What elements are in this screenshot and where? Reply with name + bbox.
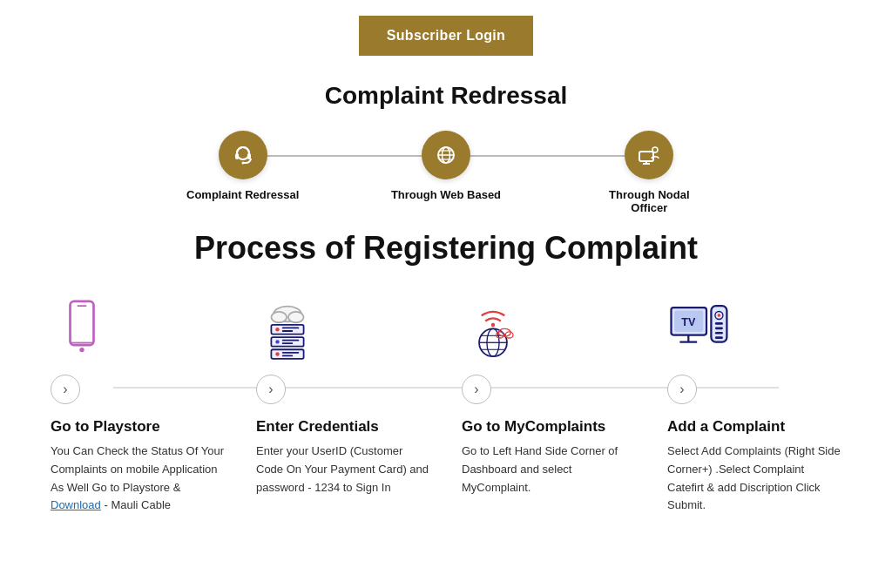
step-desc-playstore: You Can Check the Status Of Your Complai… (51, 443, 225, 515)
svg-rect-31 (282, 355, 293, 356)
svg-rect-13 (71, 301, 94, 345)
timeline-item-web: Through Web Based (344, 131, 547, 201)
svg-rect-47 (715, 322, 723, 325)
timeline-icon-globe (422, 131, 470, 179)
step-credentials: › Enter Credentials Enter your UserID (C… (240, 293, 446, 497)
arrow-icon: › (268, 382, 273, 397)
svg-point-21 (275, 328, 279, 331)
header: Subscriber Login (0, 0, 892, 68)
step-desc-text2: - Mauli Cable (101, 498, 171, 511)
timeline-label-complaint: Complaint Redressal (186, 188, 299, 201)
tv-remote-icon: TV (667, 300, 730, 362)
timeline-label-web: Through Web Based (391, 188, 501, 201)
timeline-icon-headset (219, 131, 267, 179)
svg-point-3 (241, 162, 244, 165)
svg-point-46 (718, 314, 721, 317)
svg-point-19 (288, 312, 304, 322)
svg-rect-49 (715, 332, 723, 335)
step-arrow-credentials[interactable]: › (256, 375, 286, 404)
svg-point-29 (275, 352, 279, 355)
svg-rect-2 (247, 153, 251, 159)
svg-rect-9 (639, 152, 653, 161)
svg-rect-50 (715, 336, 723, 339)
timeline-item-complaint: Complaint Redressal (141, 131, 344, 201)
step-title-add-complaint: Add a Complaint (667, 418, 785, 436)
steps-row: › Go to Playstore You Can Check the Stat… (0, 293, 892, 515)
svg-rect-27 (282, 342, 293, 344)
svg-rect-48 (715, 328, 723, 330)
step-title-mycomplaints: Go to MyComplaints (462, 418, 605, 436)
subscriber-login-button[interactable]: Subscriber Login (359, 16, 533, 56)
step-desc-text1: You Can Check the Status Of Your Complai… (51, 444, 224, 494)
svg-rect-1 (235, 153, 239, 159)
timeline: Complaint Redressal Through Web Based (141, 131, 751, 214)
step-desc-add-complaint: Select Add Complaints (Right Side Corner… (667, 443, 841, 515)
svg-rect-16 (78, 305, 87, 307)
step-mycomplaints: › Go to MyComplaints Go to Left Hand Sid… (446, 293, 652, 497)
mycomplaints-icon-area (462, 293, 636, 362)
svg-rect-22 (282, 328, 299, 329)
complaint-redressal-title: Complaint Redressal (0, 82, 892, 110)
step-arrow-playstore[interactable]: › (51, 375, 80, 404)
step-desc-mycomplaints: Go to Left Hand Side Corner of Dashboard… (462, 443, 636, 497)
arrow-icon: › (63, 382, 67, 397)
step-desc-credentials: Enter your UserID (Customer Code On Your… (256, 443, 430, 497)
timeline-item-nodal: Through Nodal Officer (548, 131, 751, 214)
timeline-label-nodal: Through Nodal Officer (592, 188, 706, 214)
svg-rect-23 (282, 330, 293, 332)
svg-point-25 (275, 340, 279, 343)
arrow-icon: › (474, 382, 478, 397)
mobile-phone-icon (51, 300, 113, 362)
add-complaint-icon-area: TV (667, 293, 841, 362)
playstore-icon-area (51, 293, 225, 362)
download-link[interactable]: Download (51, 498, 101, 511)
step-add-complaint: TV › Add a Complaint Select Add Co (652, 293, 857, 515)
arrow-icon: › (679, 382, 684, 397)
step-title-credentials: Enter Credentials (256, 418, 379, 436)
process-title: Process of Registering Complaint (0, 230, 892, 267)
svg-point-32 (491, 323, 495, 327)
step-arrow-add-complaint[interactable]: › (667, 375, 697, 404)
step-playstore: › Go to Playstore You Can Check the Stat… (35, 293, 240, 515)
step-arrow-mycomplaints[interactable]: › (462, 375, 491, 404)
svg-rect-26 (282, 340, 299, 341)
svg-text:TV: TV (681, 316, 696, 328)
svg-point-12 (652, 147, 658, 152)
timeline-icon-person-screen (625, 131, 673, 179)
server-icon (256, 300, 319, 362)
step-title-playstore: Go to Playstore (51, 418, 160, 436)
credentials-icon-area (256, 293, 430, 362)
svg-rect-30 (282, 352, 299, 354)
svg-point-18 (271, 312, 287, 322)
svg-point-15 (79, 348, 84, 352)
globe-wifi-icon (462, 300, 524, 362)
